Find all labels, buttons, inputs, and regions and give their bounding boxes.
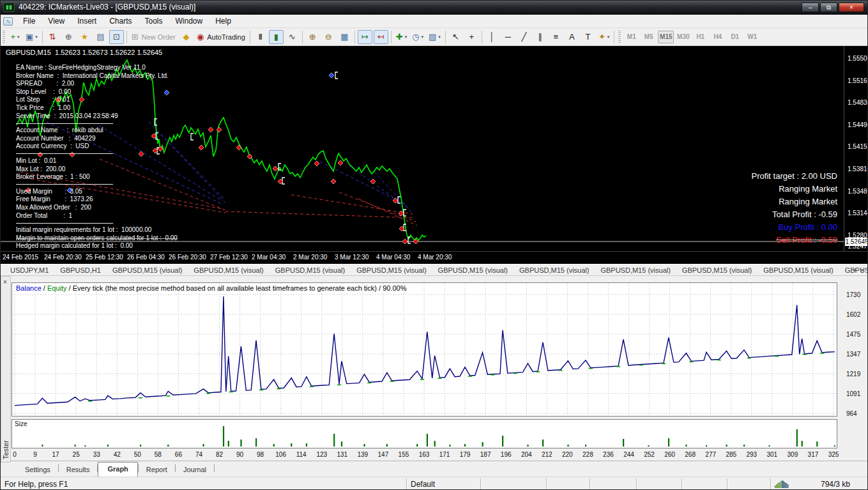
price-axis-label: 1.55500 — [848, 55, 868, 62]
navigator-icon: ★ — [80, 33, 88, 41]
profiles-button[interactable]: ▣▾ — [24, 30, 40, 44]
tile-windows-icon: ▦ — [340, 33, 348, 41]
line-chart-icon: ∿ — [289, 33, 296, 41]
auto-scroll-icon: ↦ — [362, 33, 369, 41]
tester-x-label: 114 — [296, 451, 307, 458]
autotrading-label: AutoTrading — [207, 33, 245, 41]
tester-tab-journal[interactable]: Journal — [176, 463, 214, 477]
cursor-icon: ↖ — [452, 33, 459, 41]
tester-x-label: 301 — [767, 451, 778, 458]
chevron-down-icon: ▾ — [607, 34, 610, 40]
window-tab[interactable]: GBPUSD,M15 (visual) — [758, 266, 839, 275]
data-window-button[interactable]: ⊕ — [61, 30, 76, 44]
tester-x-label: 204 — [521, 451, 532, 458]
equidistant-channel-button[interactable]: ∥ — [533, 30, 547, 44]
tester-tab-report[interactable]: Report — [139, 463, 175, 477]
timeframe-h1[interactable]: H1 — [692, 31, 708, 43]
templates-button[interactable]: ▨▾ — [427, 30, 443, 44]
strategy-tester-button[interactable]: ⊡ — [109, 30, 124, 44]
tester-graph-box[interactable]: Balance / Equity / Every tick (the most … — [11, 282, 837, 417]
auto-scroll-button[interactable]: ↦ — [358, 30, 372, 44]
candlestick-chart-button[interactable]: ▮ — [269, 30, 284, 44]
trendline-button[interactable]: ╱ — [517, 30, 531, 44]
tester-tab-graph[interactable]: Graph — [98, 462, 137, 477]
time-axis[interactable]: 24 Feb 201524 Feb 20:3025 Feb 12:3026 Fe… — [1, 251, 868, 264]
crosshair-button[interactable]: + — [464, 30, 479, 44]
toolbar-grip[interactable] — [618, 31, 621, 43]
ea-info-line: Broker Leverage : 1 : 500 — [16, 173, 178, 181]
price-axis[interactable]: 1.555001.551601.548301.544901.541501.538… — [844, 46, 868, 251]
tester-tab-settings[interactable]: Settings — [17, 463, 58, 477]
indicators-button[interactable]: ✚▾ — [394, 30, 409, 44]
window-tab[interactable]: USDJPY,M1 — [4, 266, 54, 275]
titlebar[interactable]: ▮▮ 404229: ICMarkets-Live03 - [GBPUSD,M1… — [1, 1, 867, 15]
tester-close-icon[interactable]: × — [3, 279, 7, 286]
horizontal-line-button[interactable]: ─ — [501, 30, 515, 44]
minimize-button[interactable]: – — [802, 3, 819, 12]
menu-item-help[interactable]: Help — [209, 15, 238, 27]
timeframe-m5[interactable]: M5 — [641, 31, 657, 43]
autotrading-button[interactable]: ◉AutoTrading — [195, 30, 247, 44]
window-tab[interactable]: GBPUSD,M15 (visual) — [676, 266, 758, 275]
chevron-down-icon: ▾ — [422, 34, 424, 40]
window-tab[interactable]: GBPUSD,M15 (visual) — [188, 266, 269, 275]
new-chart-button[interactable]: +▾ — [8, 30, 22, 44]
zoom-in-button[interactable]: ⊕ — [305, 30, 320, 44]
time-axis-label: 3 Mar 12:30 — [335, 254, 369, 261]
main-chart[interactable]: GBPUSD,M15 1.52623 1.52673 1.52622 1.526… — [1, 46, 868, 264]
restore-button[interactable]: ⧉ — [820, 3, 837, 12]
window-tab[interactable]: GBPUSD,M15 (visual) — [351, 266, 432, 275]
timeframe-m1[interactable]: M1 — [623, 31, 639, 43]
timeframe-d1[interactable]: D1 — [727, 31, 743, 43]
chart-shift-button[interactable]: ↤ — [374, 30, 388, 44]
statusbar-traffic: 794/3 kb — [821, 480, 850, 489]
periods-button[interactable]: ◷▾ — [410, 30, 425, 44]
new-order-button[interactable]: ⊞New Order — [130, 30, 178, 44]
menu-item-window[interactable]: Window — [169, 15, 209, 27]
toolbar-grip[interactable] — [3, 31, 5, 43]
menu-item-charts[interactable]: Charts — [103, 15, 138, 27]
statusbar-profile[interactable]: Default — [411, 480, 435, 489]
line-chart-button[interactable]: ∿ — [285, 30, 300, 44]
metaeditor-button[interactable]: ◆ — [179, 30, 194, 44]
window-tab[interactable]: GBPUSD,M15 (visual) — [595, 266, 676, 275]
tester-graph-canvas[interactable] — [12, 283, 837, 416]
window-tab[interactable]: GBPUSD,M15 (visual) — [107, 266, 188, 275]
vertical-line-button[interactable]: │ — [485, 30, 499, 44]
window-tab[interactable]: GBPUSD,M15 (visual) — [432, 266, 514, 275]
menu-item-view[interactable]: View — [42, 15, 71, 27]
timeframe-m15[interactable]: M15 — [658, 31, 674, 43]
window-tab[interactable]: GBPUSD,M15 (visual) — [270, 266, 351, 275]
toolbar-separator — [42, 31, 43, 43]
tester-tab-separator — [214, 464, 215, 472]
fibonacci-button[interactable]: ≡ — [549, 30, 563, 44]
tile-windows-button[interactable]: ▦ — [337, 30, 352, 44]
cursor-button[interactable]: ↖ — [448, 30, 463, 44]
time-axis-label: 2 Mar 20:30 — [293, 254, 327, 261]
tester-tab-results[interactable]: Results — [59, 463, 98, 477]
timeframe-h4[interactable]: H4 — [710, 31, 726, 43]
text-label-button[interactable]: T — [581, 30, 595, 44]
arrows-button[interactable]: ✦▾ — [597, 30, 611, 44]
close-button[interactable]: × — [839, 3, 864, 12]
child-window-icon[interactable]: ∿ — [3, 17, 13, 26]
statusbar-separator — [546, 479, 547, 490]
navigator-button[interactable]: ★ — [77, 30, 92, 44]
statusbar-separator — [727, 479, 727, 490]
window-tab[interactable]: GBPUSD,M15 (visual) — [514, 266, 595, 275]
timeframe-w1[interactable]: W1 — [744, 31, 760, 43]
market-watch-button[interactable]: ⇅ — [45, 30, 60, 44]
timeframe-m30[interactable]: M30 — [675, 31, 691, 43]
terminal-button[interactable]: ▤ — [93, 30, 108, 44]
menu-item-tools[interactable]: Tools — [139, 15, 169, 27]
tester-header-segment: Equity — [47, 284, 67, 292]
tester-size-box[interactable]: Size — [11, 419, 837, 448]
zoom-out-button[interactable]: ⊖ — [321, 30, 336, 44]
tester-x-label: 285 — [726, 451, 736, 458]
menu-item-insert[interactable]: Insert — [71, 15, 103, 27]
tab-scroll-arrows[interactable]: ◂ ▸ — [853, 266, 866, 273]
menu-item-file[interactable]: File — [17, 15, 42, 27]
bar-chart-button[interactable]: ||| — [253, 30, 268, 44]
window-tab[interactable]: GBPUSD,H1 — [54, 266, 107, 275]
text-button[interactable]: A — [565, 30, 579, 44]
